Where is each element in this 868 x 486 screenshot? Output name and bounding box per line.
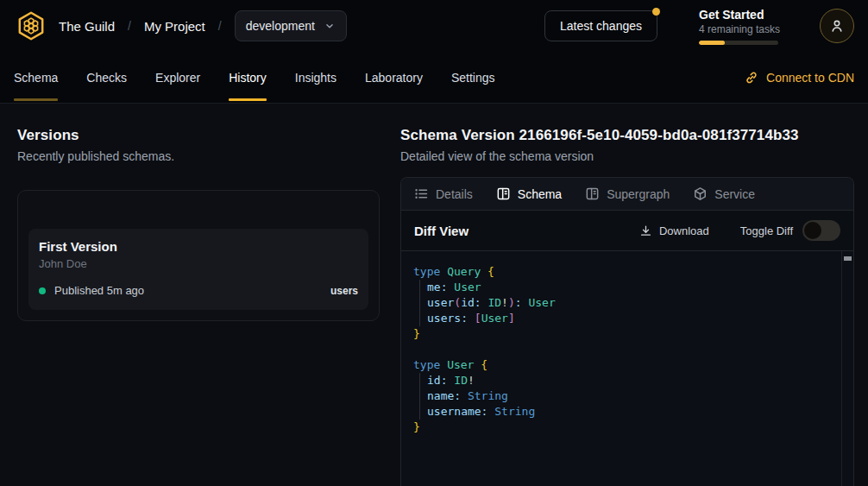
detail-tab-schema[interactable]: Schema (496, 186, 562, 201)
nav-tab-schema[interactable]: Schema (14, 52, 58, 103)
published-dot-icon (39, 287, 46, 294)
columns-icon (585, 186, 600, 201)
detail-tab-supergraph[interactable]: Supergraph (585, 186, 670, 201)
latest-changes-label: Latest changes (560, 19, 642, 33)
versions-panel: Versions Recently published schemas. Fir… (17, 127, 380, 486)
toggle-diff-switch[interactable] (802, 220, 840, 241)
version-detail-panel: Schema Version 2166196f-5e10-4059-bd0a-0… (400, 127, 854, 486)
notification-dot-icon (652, 8, 660, 16)
service-badge: users (330, 285, 358, 297)
toggle-diff-label: Toggle Diff (740, 224, 793, 237)
code-line (413, 342, 840, 357)
schema-code-viewer[interactable]: type Query {me: Useruser(id: ID!): Useru… (401, 250, 853, 486)
version-detail-subtitle: Detailed view of the schema version (400, 149, 854, 163)
primary-nav: SchemaChecksExplorerHistoryInsightsLabor… (0, 52, 868, 104)
list-icon (414, 186, 429, 201)
get-started-subtitle: 4 remaining tasks (699, 23, 778, 35)
version-name: First Version (39, 239, 358, 254)
user-avatar[interactable] (820, 9, 854, 43)
code-line: users: [User] (413, 311, 840, 326)
code-line: type Query { (413, 264, 840, 280)
detail-tab-details[interactable]: Details (414, 186, 473, 201)
app-header: The Guild / My Project / development Lat… (0, 0, 868, 52)
detail-tab-service[interactable]: Service (693, 186, 755, 201)
code-line: name: String (413, 388, 840, 404)
version-author: John Doe (39, 257, 358, 270)
code-line: username: String (413, 404, 840, 420)
code-line: me: User (413, 280, 840, 295)
nav-tab-explorer[interactable]: Explorer (155, 52, 200, 103)
code-line: user(id: ID!): User (413, 295, 840, 311)
code-line: type User { (413, 357, 840, 373)
download-label: Download (659, 224, 709, 237)
guild-logo-icon[interactable] (14, 9, 48, 43)
version-detail-box: DetailsSchemaSupergraphService Diff View… (400, 177, 854, 486)
versions-list-card: First VersionJohn DoePublished 5m agouse… (17, 190, 380, 321)
get-started-title: Get Started (699, 8, 778, 22)
download-icon (639, 224, 652, 237)
chevron-down-icon (324, 20, 336, 32)
diff-toolbar: Diff View Download Toggle Diff (401, 211, 853, 250)
version-detail-tabs: DetailsSchemaSupergraphService (401, 178, 853, 211)
get-started-progress-fill (699, 41, 725, 45)
code-line: } (413, 326, 840, 342)
nav-tab-settings[interactable]: Settings (451, 52, 495, 103)
toggle-knob (804, 222, 821, 239)
breadcrumb: The Guild / My Project / development (59, 10, 347, 41)
breadcrumb-project[interactable]: My Project (144, 19, 205, 34)
get-started-widget[interactable]: Get Started 4 remaining tasks (699, 8, 778, 45)
version-list-item[interactable]: First VersionJohn DoePublished 5m agouse… (28, 229, 368, 310)
version-status: Published 5m ago (54, 284, 144, 297)
nav-tab-laboratory[interactable]: Laboratory (365, 52, 423, 103)
columns-icon (496, 186, 511, 201)
version-detail-title: Schema Version 2166196f-5e10-4059-bd0a-0… (400, 127, 854, 144)
detail-tab-label: Details (436, 187, 473, 201)
diff-view-title: Diff View (414, 224, 469, 238)
detail-tab-label: Schema (518, 187, 562, 201)
versions-title: Versions (17, 127, 380, 144)
detail-tab-label: Service (714, 187, 755, 201)
code-line: } (413, 420, 840, 435)
breadcrumb-org[interactable]: The Guild (59, 19, 115, 34)
nav-tab-insights[interactable]: Insights (295, 52, 337, 103)
breadcrumb-separator: / (218, 19, 222, 33)
detail-tab-label: Supergraph (607, 187, 670, 201)
environment-select-value: development (246, 19, 315, 33)
cube-icon (693, 186, 708, 201)
nav-tab-history[interactable]: History (229, 52, 267, 103)
connect-cdn-link[interactable]: Connect to CDN (745, 52, 854, 103)
download-button[interactable]: Download (639, 224, 709, 237)
get-started-progress (699, 41, 778, 45)
nav-tab-checks[interactable]: Checks (86, 52, 127, 103)
environment-select[interactable]: development (235, 10, 347, 41)
breadcrumb-separator: / (128, 19, 131, 33)
code-line: id: ID! (413, 373, 840, 388)
code-scrollbar[interactable] (841, 251, 853, 486)
latest-changes-button[interactable]: Latest changes (544, 10, 657, 41)
link-icon (745, 71, 758, 85)
code-scrollbar-thumb[interactable] (844, 256, 852, 261)
connect-cdn-label: Connect to CDN (766, 71, 854, 85)
versions-subtitle: Recently published schemas. (17, 149, 380, 163)
user-icon (829, 18, 845, 34)
